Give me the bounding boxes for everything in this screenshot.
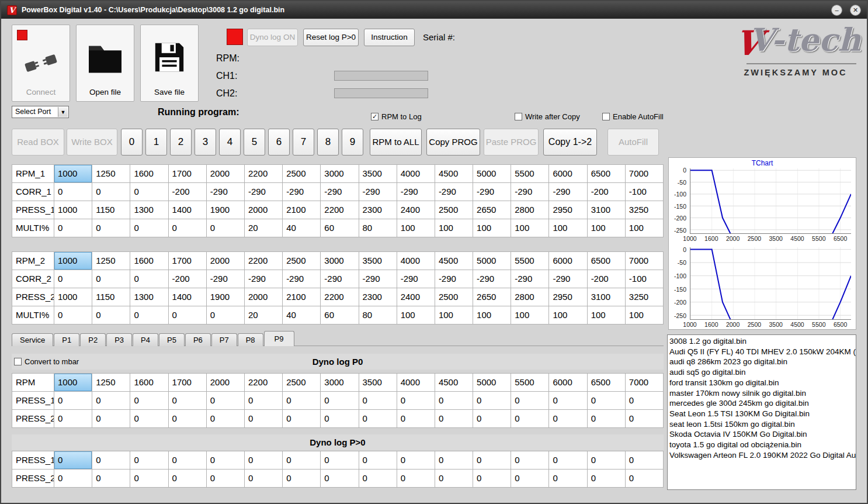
table-cell[interactable]: 3250 bbox=[626, 288, 664, 306]
table-cell[interactable]: 6500 bbox=[588, 252, 626, 270]
reset-log-button[interactable]: Reset log P>0 bbox=[303, 29, 359, 46]
table-cell[interactable]: -100 bbox=[626, 183, 664, 201]
table-cell[interactable]: 100 bbox=[626, 219, 664, 237]
tab-service[interactable]: Service bbox=[12, 333, 53, 346]
table-cell[interactable]: 0 bbox=[283, 392, 321, 410]
table-cell[interactable]: 60 bbox=[321, 219, 359, 237]
table-cell[interactable]: 0 bbox=[54, 470, 92, 488]
table-cell[interactable]: 0 bbox=[54, 183, 92, 201]
table-cell[interactable]: 1150 bbox=[92, 288, 130, 306]
digit-button-8[interactable]: 8 bbox=[317, 129, 339, 156]
table-cell[interactable]: 0 bbox=[283, 470, 321, 488]
table-cell[interactable]: 1600 bbox=[130, 165, 168, 183]
table-cell[interactable]: 100 bbox=[549, 219, 587, 237]
table-cell[interactable]: 100 bbox=[549, 306, 587, 325]
table-cell[interactable]: 4500 bbox=[435, 374, 473, 392]
minimize-button[interactable]: – bbox=[831, 5, 842, 16]
table-cell[interactable]: 2000 bbox=[207, 374, 245, 392]
table-cell[interactable]: 0 bbox=[130, 470, 168, 488]
table-cell[interactable]: 100 bbox=[397, 306, 435, 325]
table-cell[interactable]: 2500 bbox=[283, 374, 321, 392]
table-cell[interactable]: 3100 bbox=[588, 201, 626, 219]
table-cell[interactable]: 1700 bbox=[169, 165, 207, 183]
table-cell[interactable]: 0 bbox=[130, 219, 168, 237]
table-cell[interactable]: 2200 bbox=[321, 201, 359, 219]
table-cell[interactable]: 0 bbox=[92, 183, 130, 201]
table-cell[interactable]: 2500 bbox=[283, 252, 321, 270]
table-cell[interactable]: 0 bbox=[588, 470, 626, 488]
table-cell[interactable]: 1250 bbox=[92, 374, 130, 392]
open-file-button[interactable]: Open file bbox=[76, 25, 134, 102]
table-cell[interactable]: 0 bbox=[626, 470, 664, 488]
table-cell[interactable]: -290 bbox=[435, 270, 473, 288]
table-cell[interactable]: 2800 bbox=[511, 201, 549, 219]
table-cell[interactable]: 0 bbox=[54, 392, 92, 410]
table-cell[interactable]: 2200 bbox=[245, 374, 283, 392]
table-cell[interactable]: 1000 bbox=[54, 374, 92, 392]
table-cell[interactable]: 2950 bbox=[549, 288, 587, 306]
table-cell[interactable]: 0 bbox=[359, 392, 397, 410]
table-cell[interactable]: 0 bbox=[549, 392, 587, 410]
table-cell[interactable]: -200 bbox=[588, 183, 626, 201]
table-cell[interactable]: 0 bbox=[54, 451, 92, 470]
table-cell[interactable]: 0 bbox=[359, 451, 397, 470]
file-list-item[interactable]: Skoda Octavia IV 150KM Go Digital.bin bbox=[669, 429, 856, 440]
table-cell[interactable]: 0 bbox=[130, 410, 168, 428]
table-cell[interactable]: 0 bbox=[245, 451, 283, 470]
instruction-button[interactable]: Instruction bbox=[364, 29, 415, 46]
table-cell[interactable]: 4500 bbox=[435, 165, 473, 183]
tab-p3[interactable]: P3 bbox=[106, 333, 132, 346]
table-cell[interactable]: 2500 bbox=[283, 165, 321, 183]
table-cell[interactable]: 0 bbox=[207, 410, 245, 428]
table-cell[interactable]: 2800 bbox=[511, 288, 549, 306]
table-cell[interactable]: 1700 bbox=[169, 252, 207, 270]
table-cell[interactable]: -290 bbox=[207, 183, 245, 201]
table-cell[interactable]: -290 bbox=[397, 183, 435, 201]
table-cell[interactable]: 0 bbox=[321, 470, 359, 488]
table-cell[interactable]: 2000 bbox=[245, 288, 283, 306]
table-cell[interactable]: 0 bbox=[397, 392, 435, 410]
table-cell[interactable]: 100 bbox=[626, 306, 664, 325]
table-cell[interactable]: 0 bbox=[54, 270, 92, 288]
file-list-item[interactable]: mercedes gle 300d 245km go digital.bin bbox=[669, 398, 856, 409]
digit-button-3[interactable]: 3 bbox=[195, 129, 216, 156]
digit-button-7[interactable]: 7 bbox=[293, 129, 314, 156]
digit-button-1[interactable]: 1 bbox=[145, 129, 167, 156]
save-file-button[interactable]: Save file bbox=[140, 25, 199, 102]
digit-button-6[interactable]: 6 bbox=[268, 129, 290, 156]
table-cell[interactable]: -290 bbox=[473, 183, 511, 201]
table-cell[interactable]: 100 bbox=[473, 306, 511, 325]
table-cell[interactable]: 5000 bbox=[473, 252, 511, 270]
digit-button-2[interactable]: 2 bbox=[170, 129, 192, 156]
table-cell[interactable]: 0 bbox=[397, 470, 435, 488]
table-cell[interactable]: 40 bbox=[283, 306, 321, 325]
table-cell[interactable]: 4000 bbox=[397, 374, 435, 392]
table-cell[interactable]: -290 bbox=[321, 270, 359, 288]
table-cell[interactable]: -290 bbox=[473, 270, 511, 288]
table-cell[interactable]: 0 bbox=[169, 451, 207, 470]
table-cell[interactable]: 1600 bbox=[130, 252, 168, 270]
table-cell[interactable]: 0 bbox=[549, 451, 587, 470]
table-cell[interactable]: -200 bbox=[588, 270, 626, 288]
table-cell[interactable]: 2300 bbox=[359, 288, 397, 306]
table-cell[interactable]: 1000 bbox=[54, 201, 92, 219]
table-cell[interactable]: 0 bbox=[54, 306, 92, 325]
file-list-item[interactable]: Seat Leon 1.5 TSI 130KM Go Digital.bin bbox=[669, 409, 856, 419]
table-cell[interactable]: 5000 bbox=[473, 165, 511, 183]
table-cell[interactable]: 100 bbox=[588, 219, 626, 237]
file-list-item[interactable]: seat leon 1.5tsi 150km go digital.bin bbox=[669, 419, 856, 430]
table-cell[interactable]: 0 bbox=[54, 410, 92, 428]
table-cell[interactable]: 4000 bbox=[397, 165, 435, 183]
table-cell[interactable]: -290 bbox=[397, 270, 435, 288]
table-cell[interactable]: 1700 bbox=[169, 374, 207, 392]
file-list-item[interactable]: audi sq5 go digital.bin bbox=[669, 367, 856, 378]
table-cell[interactable]: 1400 bbox=[169, 288, 207, 306]
table-cell[interactable]: 0 bbox=[435, 410, 473, 428]
rpm-to-log-checkbox[interactable]: ✓ RPM to Log bbox=[371, 112, 422, 121]
digit-button-5[interactable]: 5 bbox=[244, 129, 265, 156]
connect-button[interactable]: Connect bbox=[12, 25, 70, 102]
select-port-dropdown[interactable]: Select Port ▼ bbox=[12, 106, 69, 118]
table-cell[interactable]: 0 bbox=[626, 451, 664, 470]
table-cell[interactable]: -290 bbox=[283, 183, 321, 201]
table-cell[interactable]: 0 bbox=[92, 410, 130, 428]
